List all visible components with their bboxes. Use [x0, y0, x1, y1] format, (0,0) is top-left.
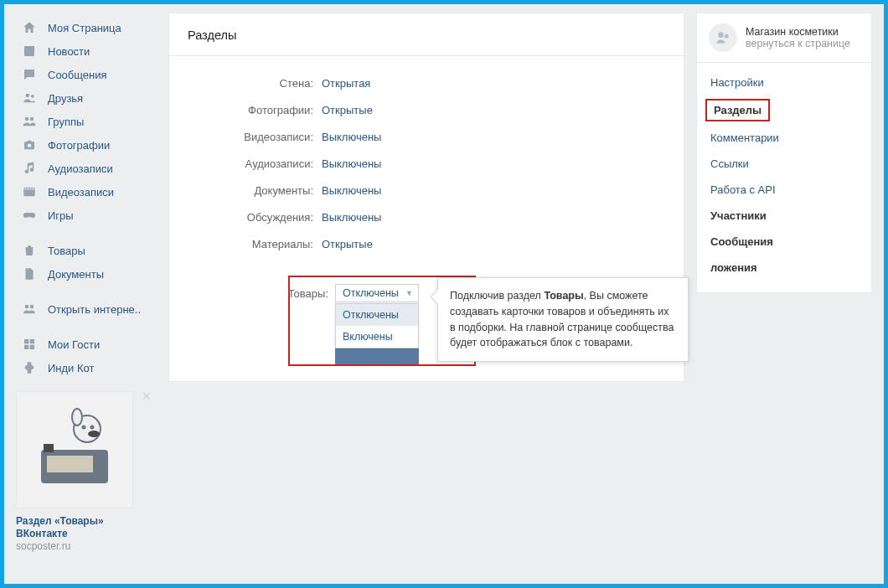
svg-rect-8 — [24, 339, 28, 343]
nav-photos[interactable]: Фотографии — [16, 133, 157, 157]
indy-icon — [21, 359, 38, 376]
promo-title[interactable]: Раздел «Товары»ВКонтакте — [16, 515, 157, 540]
nav-label: Открыть интерне.. — [48, 303, 141, 316]
nav-audio[interactable]: Аудиозаписи — [16, 157, 157, 180]
rnav-messages[interactable]: Сообщения — [697, 229, 871, 255]
svg-rect-10 — [24, 345, 28, 349]
tooltip: Подключив раздел Товары, Вы сможете созд… — [437, 277, 689, 362]
svg-point-7 — [30, 305, 34, 309]
news-icon — [21, 43, 38, 59]
nav-label: Инди Кот — [48, 362, 94, 374]
promo-block: ✕ Раздел «Товары»ВКонтакте socposter.ru — [16, 391, 157, 552]
msg-icon — [21, 66, 38, 83]
row-value-materials[interactable]: Открытые — [322, 238, 373, 250]
back-to-page: вернуться к странице — [746, 38, 850, 49]
rnav-settings[interactable]: Настройки — [697, 70, 871, 95]
dropdown-option-on[interactable]: Включены — [336, 326, 418, 348]
nav-open-internet[interactable]: Открыть интерне.. — [16, 297, 157, 321]
dropdown-option-off[interactable]: Отключены — [336, 304, 418, 326]
nav-label: Новости — [48, 45, 90, 58]
community-header[interactable]: Магазин косметики вернуться к странице — [697, 13, 871, 63]
row-value-audio[interactable]: Выключены — [322, 157, 381, 170]
svg-point-2 — [25, 117, 29, 121]
nav-friends[interactable]: Друзья — [16, 86, 157, 110]
photo-icon — [21, 137, 38, 153]
nav-video[interactable]: Видеозаписи — [16, 180, 157, 204]
home-icon — [21, 19, 38, 36]
rnav-api[interactable]: Работа с API — [697, 177, 871, 203]
nav-indy-kot[interactable]: Инди Кот — [16, 356, 157, 379]
svg-rect-13 — [47, 456, 93, 472]
nav-docs[interactable]: Документы — [16, 262, 157, 286]
bag-icon — [21, 242, 38, 259]
svg-rect-11 — [30, 345, 34, 349]
svg-point-18 — [88, 431, 100, 437]
audio-icon — [21, 160, 38, 177]
nav-messages[interactable]: Сообщения — [16, 63, 157, 86]
right-sidebar: Магазин косметики вернуться к странице Н… — [696, 13, 872, 293]
rnav-links[interactable]: Ссылки — [697, 151, 871, 177]
promo-image[interactable] — [16, 391, 133, 508]
main-panel: Разделы Стена:Открытая Фотографии:Открыт… — [168, 13, 684, 382]
groups-icon — [21, 113, 38, 130]
row-label: Стена: — [188, 77, 322, 90]
nav-label: Видеозаписи — [48, 186, 114, 199]
docs-icon — [21, 266, 38, 282]
nav-groups[interactable]: Группы — [16, 110, 157, 133]
products-select[interactable]: Отключены ▼ — [335, 284, 419, 302]
svg-rect-9 — [30, 339, 34, 343]
svg-point-20 — [718, 32, 724, 38]
nav-label: Сообщения — [48, 69, 107, 81]
avatar — [709, 23, 737, 52]
chevron-down-icon: ▼ — [405, 289, 413, 297]
select-value: Отключены — [343, 287, 399, 299]
rnav-members[interactable]: Участники — [697, 203, 871, 229]
row-label: Материалы: — [188, 238, 322, 250]
nav-label: Мои Гости — [48, 338, 100, 351]
svg-point-17 — [90, 426, 95, 430]
nav-label: Товары — [48, 245, 85, 257]
row-label: Фотографии: — [188, 104, 322, 116]
community-title: Магазин косметики — [746, 26, 850, 38]
row-label: Документы: — [188, 184, 322, 197]
row-value-docs[interactable]: Выключены — [322, 184, 381, 197]
internet-icon — [21, 301, 38, 317]
svg-point-3 — [30, 117, 34, 121]
svg-point-21 — [725, 34, 729, 39]
row-label: Аудиозаписи: — [188, 157, 322, 170]
nav-my-guests[interactable]: Мои Гости — [16, 333, 157, 356]
rnav-comments[interactable]: Комментарии — [697, 125, 871, 151]
rnav-apps[interactable]: ложения — [697, 255, 871, 281]
nav-label: Аудиозаписи — [48, 162, 113, 175]
svg-point-1 — [31, 95, 34, 98]
left-sidebar: Моя Страница Новости Сообщения Друзья Гр… — [16, 13, 157, 552]
row-value-wall[interactable]: Открытая — [322, 77, 370, 90]
svg-point-16 — [82, 426, 86, 430]
row-label: Видеозаписи: — [188, 131, 322, 143]
nav-label: Игры — [48, 209, 74, 222]
games-icon — [21, 207, 38, 224]
nav-news[interactable]: Новости — [16, 39, 157, 63]
close-icon[interactable]: ✕ — [142, 389, 152, 403]
svg-rect-19 — [44, 444, 54, 452]
svg-point-6 — [25, 305, 29, 309]
nav-label: Друзья — [48, 92, 83, 105]
row-label: Товары: — [188, 287, 328, 300]
products-dropdown: Отключены Включены — [335, 303, 419, 348]
nav-label: Документы — [48, 268, 104, 281]
svg-point-15 — [72, 409, 82, 426]
promo-source: socposter.ru — [16, 540, 157, 552]
nav-games[interactable]: Игры — [16, 204, 157, 227]
svg-point-4 — [28, 144, 32, 148]
nav-label: Моя Страница — [48, 22, 121, 34]
nav-label: Фотографии — [48, 139, 110, 152]
row-value-photos[interactable]: Открытые — [322, 104, 373, 116]
row-value-videos[interactable]: Выключены — [322, 131, 381, 143]
nav-goods[interactable]: Товары — [16, 239, 157, 262]
row-label: Обсуждения: — [188, 211, 322, 224]
friends-icon — [21, 90, 38, 106]
nav-my-page[interactable]: Моя Страница — [16, 16, 157, 39]
guests-icon — [21, 336, 38, 353]
rnav-sections-active[interactable]: Разделы — [705, 99, 770, 121]
row-value-discussions[interactable]: Выключены — [322, 211, 381, 224]
